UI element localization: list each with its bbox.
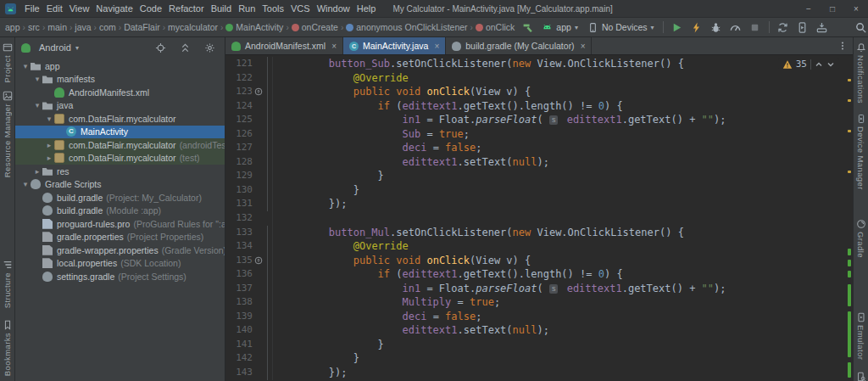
fold-gutter[interactable] (264, 366, 273, 380)
line-number[interactable]: 142 (225, 351, 253, 366)
fold-gutter[interactable] (264, 197, 273, 211)
line-number[interactable]: 137 (225, 282, 253, 296)
code-text[interactable]: } (273, 351, 359, 366)
menu-navigate[interactable]: Navigate (92, 0, 136, 17)
code-text[interactable]: in1 = Float.parseFloat( s edittext1.getT… (273, 282, 726, 296)
menu-tools[interactable]: Tools (259, 0, 287, 17)
tree-item-gradle-scripts[interactable]: ▾Gradle Scripts (15, 178, 225, 192)
fold-gutter[interactable] (264, 226, 273, 240)
build-project-button[interactable] (518, 19, 537, 36)
line-number[interactable]: 121 (225, 57, 253, 71)
minimize-button[interactable]: − (797, 0, 821, 17)
code-text[interactable]: Sub = true; (273, 127, 470, 142)
override-marker-icon[interactable] (253, 85, 264, 99)
device-manager-button[interactable] (793, 19, 812, 36)
breadcrumb-anonymous-onclicklistener[interactable]: anonymous OnClickListener (346, 22, 467, 32)
apply-changes-button[interactable] (687, 19, 706, 36)
line-number[interactable]: 141 (225, 338, 253, 352)
debug-button[interactable] (707, 19, 726, 36)
sdk-manager-button[interactable] (813, 19, 832, 36)
fold-gutter[interactable] (264, 57, 273, 71)
line-number[interactable]: 140 (225, 323, 253, 338)
menu-help[interactable]: Help (353, 0, 380, 17)
line-number[interactable]: 138 (225, 295, 253, 310)
tree-item-proguard-rules-pro-proguard-rules-for-app[interactable]: proguard-rules.pro(ProGuard Rules for ":… (15, 217, 225, 231)
code-text[interactable]: }); (273, 366, 347, 380)
tree-item-com-dataflair-mycalculator[interactable]: ▾com.DataFlair.mycalculator (15, 112, 225, 126)
fold-gutter[interactable] (264, 155, 273, 170)
tree-item-androidmanifest-xml[interactable]: AndroidManifest.xml (15, 86, 225, 99)
code-text[interactable]: } (273, 338, 384, 352)
run-configuration-dropdown[interactable]: app▾ (537, 19, 582, 36)
code-text[interactable]: @Override (273, 71, 409, 86)
tree-item-settings-gradle-project-settings[interactable]: settings.gradle(Project Settings) (15, 270, 225, 283)
tab-androidmanifest-xml[interactable]: AndroidManifest.xml× (225, 37, 343, 54)
line-number[interactable]: 135 (225, 254, 253, 268)
fold-gutter[interactable] (264, 239, 273, 254)
tab-close-icon[interactable]: × (434, 42, 439, 51)
fold-gutter[interactable] (264, 85, 273, 99)
chevron-right-icon[interactable]: ▸ (32, 167, 42, 176)
chevron-down-icon[interactable]: ▾ (20, 62, 31, 70)
inspections-widget[interactable]: 35 (778, 58, 839, 70)
line-number[interactable]: 127 (225, 141, 253, 155)
fold-gutter[interactable] (264, 267, 273, 282)
code-text[interactable]: } (273, 183, 359, 198)
breadcrumb-java[interactable]: java (75, 22, 91, 32)
menu-vcs[interactable]: VCS (287, 0, 314, 17)
line-number[interactable]: 143 (225, 366, 253, 380)
sync-project-button[interactable] (774, 19, 793, 36)
code-text[interactable]: } (273, 169, 384, 183)
code-text[interactable]: public void onClick(View v) { (273, 254, 531, 268)
tool-stripe-project[interactable]: Project (3, 42, 13, 82)
project-view-selector[interactable]: Android (39, 42, 71, 53)
code-text[interactable]: }); (273, 197, 347, 211)
fold-gutter[interactable] (264, 141, 273, 155)
breadcrumb-mycalculator[interactable]: mycalculator (168, 22, 218, 32)
tool-stripe-notifications[interactable]: Notifications (856, 42, 866, 104)
menu-window[interactable]: Window (314, 0, 353, 17)
tool-stripe-resource-manager[interactable]: Resource Manager (3, 91, 13, 177)
line-number[interactable]: 126 (225, 127, 253, 142)
tree-item-gradle-properties-project-properties[interactable]: gradle.properties(Project Properties) (15, 231, 225, 244)
tool-stripe-structure[interactable]: Structure (3, 260, 13, 308)
code-text[interactable]: public void onClick(View v) { (273, 85, 531, 99)
tool-stripe-emulator[interactable]: Emulator (856, 312, 866, 360)
breadcrumb-mainactivity[interactable]: MainActivity (225, 22, 283, 32)
collapse-all-button[interactable] (175, 39, 194, 56)
line-number[interactable]: 128 (225, 155, 253, 170)
line-number[interactable]: 139 (225, 310, 253, 324)
line-number[interactable]: 122 (225, 71, 253, 86)
tab-options-kebab-icon[interactable] (832, 37, 853, 54)
line-number[interactable]: 133 (225, 226, 253, 240)
line-number[interactable]: 124 (225, 99, 253, 114)
locate-file-button[interactable] (151, 39, 170, 56)
device-selector-dropdown[interactable]: No Devices▾ (583, 19, 659, 36)
chevron-down-icon[interactable]: ▾ (32, 75, 42, 83)
chevron-right-icon[interactable]: ▸ (44, 141, 54, 149)
code-text[interactable]: in1 = Float.parseFloat( s edittext1.getT… (273, 113, 726, 127)
menu-view[interactable]: View (66, 0, 93, 17)
line-number[interactable]: 131 (225, 197, 253, 211)
breadcrumb-dataflair[interactable]: DataFlair (124, 22, 160, 32)
fold-gutter[interactable] (264, 71, 273, 86)
override-marker-icon[interactable] (253, 254, 264, 268)
line-number[interactable]: 136 (225, 267, 253, 282)
tree-item-res[interactable]: ▸res (15, 165, 225, 178)
breadcrumb-oncreate[interactable]: onCreate (292, 22, 338, 32)
tree-item-com-dataflair-mycalculator-test[interactable]: ▸com.DataFlair.mycalculator(test) (15, 152, 225, 165)
code-text[interactable]: @Override (273, 239, 409, 254)
tool-stripe-device-explorer[interactable]: Device Explorer (856, 372, 866, 381)
breadcrumb-com[interactable]: com (99, 22, 116, 32)
tool-stripe-bookmarks[interactable]: Bookmarks (3, 320, 13, 376)
maximize-button[interactable]: □ (821, 0, 844, 17)
tree-item-local-properties-sdk-location[interactable]: local.properties(SDK Location) (15, 257, 225, 271)
next-warning-button[interactable] (826, 60, 835, 69)
menu-build[interactable]: Build (208, 0, 235, 17)
tree-item-app[interactable]: ▾app (15, 59, 225, 73)
fold-gutter[interactable] (264, 351, 273, 366)
fold-gutter[interactable] (264, 183, 273, 198)
line-number[interactable]: 125 (225, 113, 253, 127)
tool-stripe-device-manager[interactable]: Device Manager (856, 114, 866, 190)
breadcrumb-onclick[interactable]: onClick (476, 22, 515, 32)
